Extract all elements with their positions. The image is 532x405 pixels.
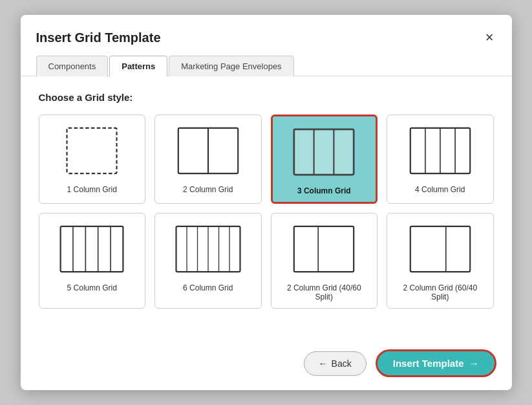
grid-item-2col-6040[interactable]: 2 Column Grid (60/40 Split) [387,213,494,309]
grid-label-6col: 6 Column Grid [183,283,233,292]
grid-options: 1 Column Grid 2 Column Grid [39,115,494,309]
tab-patterns[interactable]: Patterns [109,56,167,76]
tab-marketing[interactable]: Marketing Page Envelopes [169,56,293,76]
grid-preview-5col [56,220,127,278]
grid-preview-3col [288,123,359,181]
section-title: Choose a Grid style: [39,92,494,103]
grid-label-2col-4060: 2 Column Grid (40/60 Split) [278,283,371,301]
insert-template-button[interactable]: Insert Template → [376,349,496,377]
grid-item-3col[interactable]: 3 Column Grid [271,115,378,204]
svg-rect-10 [61,226,123,272]
grid-item-5col[interactable]: 5 Column Grid [39,213,146,309]
grid-item-2col[interactable]: 2 Column Grid [154,115,262,204]
grid-preview-2col [173,122,244,180]
grid-label-5col: 5 Column Grid [67,283,117,292]
insert-arrow-icon: → [469,358,479,369]
grid-preview-1col [56,122,127,180]
grid-preview-4col [405,122,476,180]
grid-label-3col: 3 Column Grid [297,186,351,195]
grid-preview-2col-4060 [288,220,359,278]
grid-item-1col[interactable]: 1 Column Grid [39,115,146,204]
svg-rect-21 [294,226,354,272]
svg-rect-23 [410,226,470,272]
grid-label-2col: 2 Column Grid [183,185,233,194]
grid-label-2col-6040: 2 Column Grid (60/40 Split) [394,283,487,301]
grid-item-4col[interactable]: 4 Column Grid [387,115,494,204]
back-arrow-icon: ← [319,358,328,369]
modal-body: Choose a Grid style: 1 Column Grid [21,76,512,340]
grid-label-4col: 4 Column Grid [415,185,465,194]
grid-item-2col-4060[interactable]: 2 Column Grid (40/60 Split) [271,213,378,309]
modal-overlay: Insert Grid Template × Components Patter… [0,0,532,405]
modal-title: Insert Grid Template [36,30,161,45]
back-button[interactable]: ← Back [304,351,367,376]
grid-preview-2col-6040 [405,220,476,278]
insert-label: Insert Template [393,358,464,369]
modal-footer: ← Back Insert Template → [21,340,512,390]
svg-rect-0 [67,128,117,173]
svg-rect-3 [294,129,354,175]
modal-dialog: Insert Grid Template × Components Patter… [21,15,512,390]
grid-item-6col[interactable]: 6 Column Grid [154,213,262,309]
modal-header: Insert Grid Template × [21,15,512,47]
back-label: Back [332,358,352,369]
tab-bar: Components Patterns Marketing Page Envel… [21,47,512,76]
grid-label-1col: 1 Column Grid [67,185,117,194]
grid-preview-6col [173,220,244,278]
close-button[interactable]: × [483,28,496,47]
tab-components[interactable]: Components [36,56,109,76]
